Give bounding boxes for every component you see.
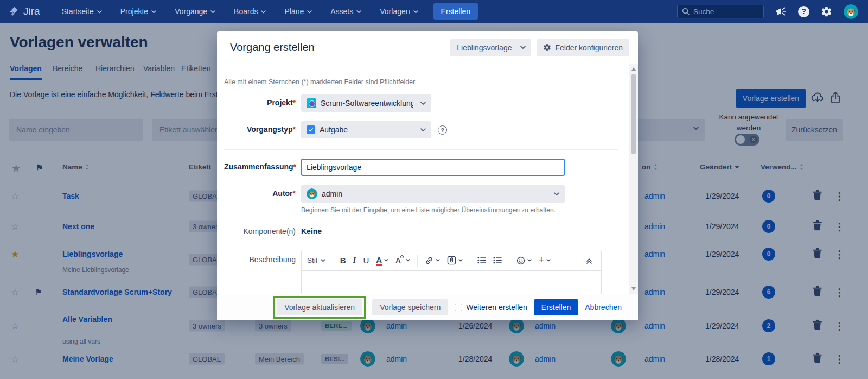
nav-projekte[interactable]: Projekte	[120, 7, 156, 16]
template-dropdown[interactable]: Lieblingsvorlage	[450, 39, 531, 56]
nav-vorgaenge[interactable]: Vorgänge	[175, 7, 215, 16]
editor-content[interactable]	[302, 271, 601, 294]
chevron-down-icon	[546, 259, 551, 262]
modal-scrollbar[interactable]	[629, 64, 638, 294]
search-input[interactable]	[693, 8, 753, 16]
issuetype-select[interactable]: Aufgabe	[301, 121, 431, 138]
configure-fields-button[interactable]: Felder konfigurieren	[537, 39, 629, 56]
chevron-down-icon	[97, 10, 102, 14]
author-select[interactable]: admin	[301, 185, 565, 203]
description-editor[interactable]: Stil B I U A A +	[301, 250, 602, 294]
summary-label: Zusammenfassung*	[224, 162, 296, 171]
chevron-down-icon	[261, 10, 266, 14]
chevron-down-icon	[420, 102, 426, 105]
announcements-icon[interactable]	[775, 7, 787, 17]
components-value: Keine	[301, 227, 322, 236]
modal-title: Vorgang erstellen	[230, 41, 450, 54]
chevron-down-icon	[436, 259, 440, 262]
nav-vorlagen[interactable]: Vorlagen	[380, 7, 418, 16]
chevron-down-icon	[384, 259, 388, 262]
scroll-up-arrow[interactable]	[631, 67, 636, 71]
save-template-button[interactable]: Vorlage speichern	[372, 299, 448, 315]
nav-plaene[interactable]: Pläne	[284, 7, 312, 16]
insert-more-icon[interactable]: +	[539, 255, 551, 266]
underline-icon[interactable]: U	[363, 256, 369, 265]
navbar-right: ?	[677, 4, 858, 19]
emoji-icon[interactable]	[516, 256, 532, 265]
chevron-down-icon	[321, 259, 326, 262]
nav-assets[interactable]: Assets	[330, 7, 361, 16]
issuetype-label: Vorgangstyp*	[224, 125, 296, 134]
italic-icon[interactable]: I	[353, 256, 356, 265]
chevron-down-icon	[527, 259, 532, 262]
gear-icon[interactable]	[821, 6, 832, 17]
description-label: Beschreibung	[224, 255, 296, 264]
collapse-toolbar-icon[interactable]	[586, 257, 592, 264]
modal-footer: Vorlage aktualisieren Vorlage speichern …	[217, 294, 638, 320]
create-another-label: Weiteren erstellen	[466, 303, 527, 312]
nav-boards[interactable]: Boards	[234, 7, 266, 16]
modal-body: Alle mit einem Sternchen (*) markierten …	[217, 64, 629, 294]
update-template-button[interactable]: Vorlage aktualisieren	[277, 299, 362, 315]
navbar-create-button[interactable]: Erstellen	[433, 3, 478, 20]
author-helper-text: Beginnen Sie mit der Eingabe, um eine Li…	[301, 206, 556, 214]
top-navbar: Jira Startseite Projekte Vorgänge Boards…	[0, 0, 868, 23]
editor-toolbar: Stil B I U A A +	[302, 250, 601, 271]
jira-logo-icon	[9, 6, 20, 17]
bullet-list-icon[interactable]	[477, 257, 486, 264]
chevron-down-icon	[458, 259, 463, 262]
chevron-down-icon	[406, 259, 410, 262]
section-divider	[224, 149, 618, 150]
jira-logo-text: Jira	[23, 5, 40, 17]
summary-input[interactable]	[301, 159, 565, 176]
project-select[interactable]: Scrum-Softwareentwicklung (...	[301, 94, 431, 112]
user-avatar[interactable]	[844, 4, 858, 19]
chevron-down-icon	[420, 128, 426, 132]
chevron-down-icon	[413, 10, 418, 14]
chevron-down-icon	[554, 192, 559, 196]
main-navigation: Startseite Projekte Vorgänge Boards Plän…	[62, 7, 418, 16]
scrollbar-thumb[interactable]	[631, 74, 636, 154]
link-icon[interactable]	[425, 256, 440, 265]
attachment-icon[interactable]	[447, 256, 463, 265]
update-template-highlight: Vorlage aktualisieren	[273, 296, 366, 319]
issuetype-help-icon[interactable]: ?	[438, 125, 447, 135]
chevron-down-icon	[356, 10, 361, 14]
chevron-down-icon	[520, 46, 526, 49]
chevron-down-icon	[210, 10, 215, 14]
project-avatar-icon	[307, 98, 316, 108]
create-another-checkbox[interactable]	[455, 304, 462, 311]
cancel-link[interactable]: Abbrechen	[585, 303, 622, 312]
search-box[interactable]	[677, 5, 764, 18]
scroll-down-arrow[interactable]	[631, 287, 636, 290]
chevron-down-icon	[307, 10, 312, 14]
numbered-list-icon[interactable]	[493, 257, 502, 264]
project-label: Projekt*	[224, 98, 296, 107]
author-label: Autor*	[224, 189, 296, 198]
screen: Jira Startseite Projekte Vorgänge Boards…	[0, 0, 868, 379]
chevron-down-icon	[151, 10, 156, 14]
modal-header: Vorgang erstellen Lieblingsvorlage Felde…	[217, 31, 638, 64]
jira-logo[interactable]: Jira	[9, 5, 40, 17]
gear-icon	[543, 43, 551, 52]
task-type-icon	[307, 125, 315, 134]
avatar	[307, 188, 317, 199]
nav-startseite[interactable]: Startseite	[62, 7, 102, 16]
create-issue-modal: Vorgang erstellen Lieblingsvorlage Felde…	[217, 31, 638, 320]
create-another-option: Weiteren erstellen	[455, 303, 527, 312]
help-icon[interactable]: ?	[798, 6, 809, 17]
create-button[interactable]: Erstellen	[534, 299, 578, 315]
text-color-icon[interactable]: A	[376, 256, 388, 266]
bold-icon[interactable]: B	[340, 256, 346, 265]
components-label: Komponente(n)	[224, 227, 296, 236]
required-fields-note: Alle mit einem Sternchen (*) markierten …	[224, 78, 417, 86]
search-icon	[682, 8, 690, 15]
text-format-icon[interactable]: A	[395, 256, 410, 264]
style-dropdown[interactable]: Stil	[307, 256, 326, 264]
